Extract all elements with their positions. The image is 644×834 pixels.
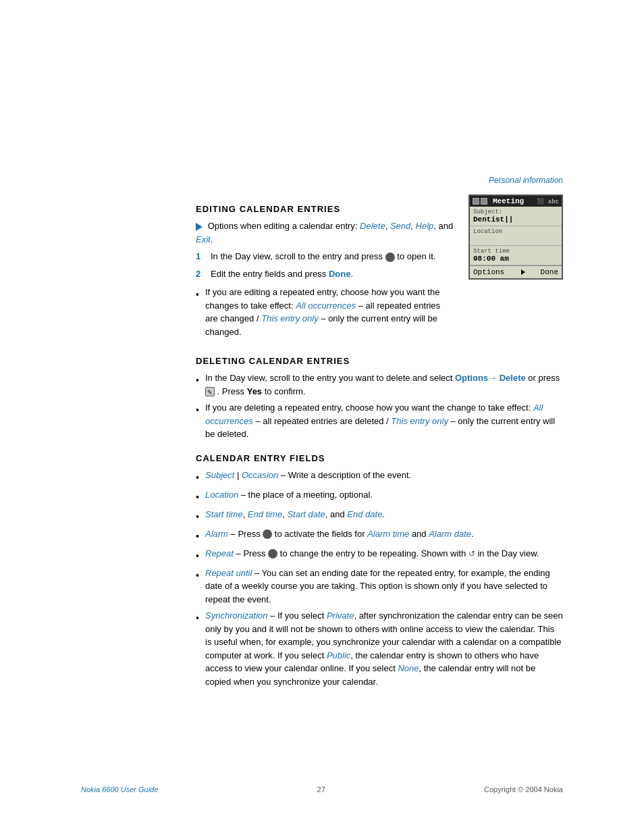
editing-bullet-1-text: If you are editing a repeated entry, cho… <box>205 286 455 338</box>
options-delete-link[interactable]: Options→ Delete <box>455 373 526 383</box>
occasion-label: Occasion <box>242 470 278 480</box>
device-title-icons <box>473 198 487 205</box>
startdate-label: Start date <box>287 509 325 519</box>
field-times-text: Start time, End time, Start date, and En… <box>205 508 385 524</box>
editing-intro: Options when editing a calendar entry: D… <box>196 219 455 246</box>
deleting-bullet-2: If you are deleting a repeated entry, ch… <box>196 401 563 441</box>
device-arrow-icon <box>519 268 525 276</box>
step-2: 2 Edit the entry fields and press Done. <box>196 267 455 281</box>
device-location-field: Location <box>470 226 562 246</box>
footer-page-number: 27 <box>317 785 325 793</box>
main-content: Editing Calendar Entries Options when ed… <box>0 192 644 688</box>
footer-copyright: Copyright © 2004 Nokia <box>484 785 563 793</box>
device-starttime-field: Start time 08:00 am <box>470 246 562 265</box>
device-subject-label: Subject: <box>473 209 558 215</box>
field-subject-text: Subject | Occasion – Write a description… <box>205 469 411 485</box>
device-starttime-value: 08:00 am <box>473 255 558 263</box>
device-screen: Meeting ⬛ abc Subject: Dentist| Location… <box>468 194 563 280</box>
page-footer: Nokia 6600 User Guide 27 Copyright © 200… <box>0 785 644 793</box>
deleting-bullets: In the Day view, scroll to the entry you… <box>196 371 563 441</box>
deleting-section: Deleting Calendar Entries In the Day vie… <box>196 356 563 441</box>
device-bottombar: Options Done <box>470 265 562 278</box>
field-subject: Subject | Occasion – Write a description… <box>196 469 563 485</box>
alarm-label: Alarm <box>205 529 228 539</box>
bullet-icon-f7 <box>196 611 201 688</box>
help-link[interactable]: Help <box>416 221 434 231</box>
exit-link[interactable]: Exit <box>196 234 211 244</box>
starttime-label: Start time <box>205 509 243 519</box>
editing-heading: Editing Calendar Entries <box>196 204 455 214</box>
all-occ-del-link[interactable]: All occurrences <box>205 402 543 426</box>
bullet-icon-1 <box>196 288 201 338</box>
device-done-btn[interactable]: Done <box>541 268 558 276</box>
this-entry-link[interactable]: This entry only <box>261 313 319 323</box>
device-icon-2 <box>481 198 487 205</box>
delete-link[interactable]: Delete <box>360 221 385 231</box>
editing-text: Editing Calendar Entries Options when ed… <box>196 192 455 344</box>
fields-section: Calendar Entry Fields Subject | Occasion… <box>196 453 563 689</box>
device-titlebar: Meeting ⬛ abc <box>470 196 562 207</box>
field-sync-text: Synchronization – If you select Private,… <box>205 609 563 688</box>
sync-label: Synchronization <box>205 610 268 621</box>
device-title: Meeting <box>493 197 524 205</box>
device-location-label: Location <box>473 228 558 235</box>
field-sync: Synchronization – If you select Private,… <box>196 609 563 688</box>
step-1-text: In the Day view, scroll to the entry and… <box>211 250 435 263</box>
field-repeat: Repeat – Press to change the entry to be… <box>196 547 563 563</box>
done-link: Done <box>329 269 351 279</box>
fields-bullets: Subject | Occasion – Write a description… <box>196 469 563 689</box>
field-repeat-until-text: Repeat until – You can set an ending dat… <box>205 567 563 606</box>
yes-text: Yes <box>247 386 262 396</box>
bullet-icon-d2 <box>196 403 201 441</box>
field-repeat-until: Repeat until – You can set an ending dat… <box>196 567 563 606</box>
bullet-icon-f1 <box>196 471 201 485</box>
public-label: Public <box>327 650 350 660</box>
deleting-bullet-1-text: In the Day view, scroll to the entry you… <box>205 371 563 398</box>
field-location-text: Location – the place of a meeting, optio… <box>205 488 373 504</box>
section-label: Personal information <box>489 176 563 185</box>
device-location-value <box>473 235 558 243</box>
field-location: Location – the place of a meeting, optio… <box>196 488 563 504</box>
device-starttime-label: Start time <box>473 248 558 255</box>
device-options-btn[interactable]: Options <box>473 268 504 276</box>
footer-left: Nokia 6600 User Guide <box>81 785 158 793</box>
deleting-bullet-2-text: If you are deleting a repeated entry, ch… <box>205 401 563 441</box>
this-entry-del-link[interactable]: This entry only <box>391 416 448 426</box>
device-icon-1 <box>473 198 479 205</box>
repeat-label: Repeat <box>205 548 234 558</box>
page-header: Personal information <box>0 0 644 192</box>
bullet-icon-f4 <box>196 529 201 544</box>
editing-section: Editing Calendar Entries Options when ed… <box>196 192 563 344</box>
field-times: Start time, End time, Start date, and En… <box>196 508 563 524</box>
arrow-indicator <box>196 221 205 231</box>
repeatuntil-label: Repeat until <box>205 568 252 578</box>
step-1: 1 In the Day view, scroll to the entry a… <box>196 250 455 263</box>
editing-steps: 1 In the Day view, scroll to the entry a… <box>196 250 455 280</box>
field-alarm-text: Alarm – Press to activate the fields for… <box>205 527 474 544</box>
bullet-icon-f6 <box>196 569 201 606</box>
step-2-num: 2 <box>196 267 205 281</box>
device-subject-value: Dentist| <box>473 215 558 224</box>
step-2-text: Edit the entry fields and press Done. <box>211 267 353 281</box>
comma1: , <box>385 221 390 231</box>
period1: . <box>211 234 213 244</box>
bullet-icon-f3 <box>196 510 201 524</box>
alarmdate-label: Alarm date <box>429 529 471 539</box>
field-alarm: Alarm – Press to activate the fields for… <box>196 527 563 544</box>
endtime-label: End time <box>248 509 282 519</box>
editing-bullets: If you are editing a repeated entry, cho… <box>196 286 455 338</box>
all-occ-link[interactable]: All occurrences <box>296 301 356 311</box>
intro-text: Options when editing a calendar entry: <box>208 221 360 231</box>
enddate-label: End date <box>347 509 382 519</box>
subject-label: Subject <box>205 470 234 480</box>
alarmtime-label: Alarm time <box>367 529 409 539</box>
bullet-icon-d1 <box>196 373 201 398</box>
location-label: Location <box>205 490 238 500</box>
fields-heading: Calendar Entry Fields <box>196 453 563 463</box>
and-text: , and <box>433 221 453 231</box>
deleting-bullet-1: In the Day view, scroll to the entry you… <box>196 371 563 398</box>
page-container: Personal information Editing Calendar En… <box>0 0 644 834</box>
field-repeat-text: Repeat – Press to change the entry to be… <box>205 547 539 563</box>
send-link[interactable]: Send <box>390 221 410 231</box>
device-subject-field: Subject: Dentist| <box>470 207 562 226</box>
